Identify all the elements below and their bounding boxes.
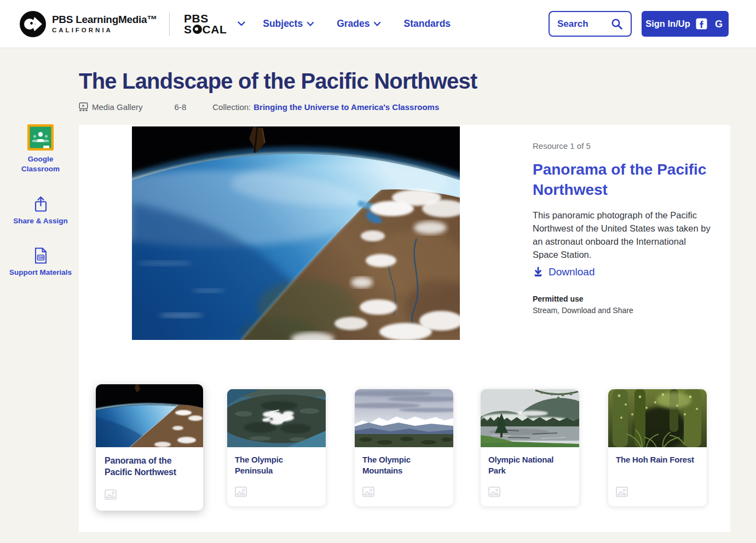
station-line1: PBS <box>184 13 227 24</box>
resource-title[interactable]: Panorama of the Pacific Northwest <box>533 159 713 200</box>
gallery-card-title: Panorama of the Pacific Northwest <box>96 447 203 478</box>
support-materials-icon: SM <box>34 247 48 264</box>
hoh-rain-forest-thumbnail <box>608 389 707 447</box>
media-gallery-icon <box>79 102 88 112</box>
resource-description: This panoramic photograph of the Pacific… <box>533 209 711 261</box>
station-line2-end: CAL <box>203 24 227 35</box>
page: PBS LearningMedia™ CALIFORNIA PBS S CAL … <box>0 0 756 543</box>
chevron-down-icon <box>307 22 314 26</box>
svg-text:SM: SM <box>38 256 43 259</box>
media-type-label: Media Gallery <box>92 102 143 112</box>
facebook-icon[interactable] <box>696 18 707 30</box>
resource-meta: Media Gallery 6-8 Collection: Bringing t… <box>79 102 439 112</box>
station-logo[interactable]: PBS S CAL <box>184 13 227 35</box>
primary-nav: Subjects Grades Standards <box>263 18 451 30</box>
image-type-icon <box>235 487 247 497</box>
earth-panorama-photo <box>132 126 460 340</box>
station-line2-start: S <box>184 24 192 35</box>
sign-in-button[interactable]: Sign In/Up G <box>642 11 729 37</box>
google-classroom-label: Google Classroom <box>9 154 72 174</box>
header: PBS LearningMedia™ CALIFORNIA PBS S CAL … <box>0 0 756 48</box>
pbs-logo-icon <box>19 10 47 38</box>
search-placeholder: Search <box>557 19 588 30</box>
collection-label: Collection: <box>212 102 251 112</box>
brand-name: PBS LearningMedia™ <box>52 14 157 26</box>
image-type-icon <box>616 487 628 497</box>
media-type: Media Gallery <box>79 102 143 112</box>
page-title: The Landscape of the Pacific Northwest <box>79 69 572 94</box>
download-link[interactable]: Download <box>533 266 713 278</box>
gallery-card-panorama[interactable]: Panorama of the Pacific Northwest <box>96 384 203 511</box>
google-icon[interactable]: G <box>713 18 725 30</box>
image-type-icon <box>362 487 374 497</box>
download-icon <box>533 267 544 278</box>
resource-info-panel: Resource 1 of 5 Panorama of the Pacific … <box>533 141 713 315</box>
resource-detail-card: Resource 1 of 5 Panorama of the Pacific … <box>79 125 730 532</box>
support-materials-label: Support Materials <box>9 268 72 278</box>
gallery-card-title: The Hoh Rain Forest <box>608 447 707 465</box>
olympic-mountains-thumbnail <box>355 389 453 447</box>
resource-counter: Resource 1 of 5 <box>533 141 713 151</box>
gallery-card-hoh-rain-forest[interactable]: The Hoh Rain Forest <box>608 389 707 506</box>
grade-range: 6-8 <box>175 102 187 112</box>
support-materials-button[interactable]: SM Support Materials <box>9 247 72 278</box>
station-chevron-down-icon[interactable] <box>238 21 245 26</box>
brand-region: CALIFORNIA <box>52 27 157 34</box>
google-classroom-button[interactable]: Google Classroom <box>9 124 72 174</box>
image-type-icon <box>488 487 500 497</box>
collection-link[interactable]: Bringing the Universe to America's Class… <box>253 102 439 112</box>
olympic-national-park-thumbnail <box>481 389 579 447</box>
search-icon[interactable] <box>611 18 623 30</box>
google-classroom-icon <box>27 124 54 151</box>
nav-subjects[interactable]: Subjects <box>263 18 314 30</box>
nav-standards[interactable]: Standards <box>403 18 451 30</box>
gallery-card-title: The Olympic Peninsula <box>227 447 326 476</box>
resource-media[interactable] <box>132 126 460 340</box>
pbs-learningmedia-logo[interactable]: PBS LearningMedia™ CALIFORNIA <box>19 10 157 38</box>
sign-in-label: Sign In/Up <box>645 19 690 29</box>
svg-text:G: G <box>715 18 723 29</box>
olympic-peninsula-thumbnail <box>227 389 326 447</box>
share-assign-button[interactable]: Share & Assign <box>13 196 67 226</box>
permitted-use-label: Permitted use <box>533 294 713 303</box>
nav-grades[interactable]: Grades <box>337 18 380 30</box>
download-label: Download <box>549 266 595 278</box>
action-sidebar: Google Classroom Share & Assign SM Suppo… <box>9 124 72 278</box>
gallery-card-olympic-national-park[interactable]: Olympic National Park <box>481 389 579 506</box>
share-icon <box>33 196 48 212</box>
station-o-icon <box>193 25 202 34</box>
chevron-down-icon <box>374 22 380 26</box>
gallery-card-title: The Olympic Mountains <box>355 447 453 476</box>
gallery-card-olympic-peninsula[interactable]: The Olympic Peninsula <box>227 389 326 506</box>
image-type-icon <box>105 489 117 500</box>
permitted-use-value: Stream, Download and Share <box>533 306 713 315</box>
panorama-thumbnail <box>96 384 203 447</box>
header-divider <box>169 13 170 36</box>
share-assign-label: Share & Assign <box>13 216 67 226</box>
gallery-card-olympic-mountains[interactable]: The Olympic Mountains <box>355 389 453 506</box>
search-box[interactable]: Search <box>549 11 632 37</box>
gallery-card-title: Olympic National Park <box>481 447 579 476</box>
